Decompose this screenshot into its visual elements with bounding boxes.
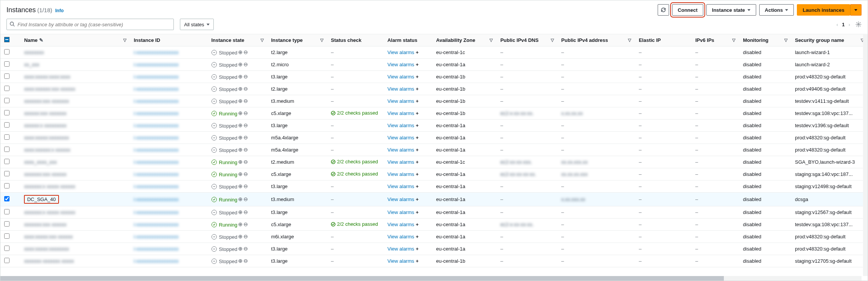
col-elastic-ip[interactable]: Elastic IP (635, 34, 692, 46)
view-alarms-link[interactable]: View alarms (387, 49, 414, 55)
col-alarm-status[interactable]: Alarm status (383, 34, 432, 46)
row-checkbox[interactable] (4, 110, 10, 115)
row-checkbox[interactable] (4, 98, 10, 103)
view-alarms-link[interactable]: View alarms (387, 234, 414, 239)
table-row[interactable]: xxxx:xxxxx:xxxxxxxxi-xxxxxxxxxxxxxxxxxSt… (0, 243, 868, 255)
table-row[interactable]: xxxxxxxxi-xxxxxxxxxxxxxxxxxStopped⊕⊖t2.l… (0, 46, 868, 59)
col-public-ip[interactable]: Public IPv4 address▽ (558, 34, 635, 46)
view-alarms-link[interactable]: View alarms (387, 209, 414, 215)
add-alarm-button[interactable]: + (416, 234, 419, 239)
zoom-in-icon[interactable]: ⊕ (238, 159, 243, 165)
instance-id-link[interactable]: i-xxxxxxxxxxxxxxxxx (134, 258, 179, 264)
zoom-out-icon[interactable]: ⊖ (243, 246, 248, 252)
row-checkbox[interactable] (4, 246, 10, 251)
prev-page-button[interactable]: ‹ (836, 22, 838, 27)
zoom-out-icon[interactable]: ⊖ (243, 147, 248, 153)
zoom-out-icon[interactable]: ⊖ (243, 196, 248, 202)
zoom-in-icon[interactable]: ⊕ (238, 196, 243, 202)
add-alarm-button[interactable]: + (416, 74, 419, 80)
row-checkbox[interactable] (4, 221, 10, 227)
zoom-out-icon[interactable]: ⊖ (243, 221, 248, 227)
table-row[interactable]: xx_xxxi-xxxxxxxxxxxxxxxxxStopped⊕⊖t2.mic… (0, 59, 868, 71)
view-alarms-link[interactable]: View alarms (387, 86, 414, 92)
zoom-out-icon[interactable]: ⊖ (243, 159, 248, 165)
row-checkbox[interactable] (4, 196, 10, 201)
add-alarm-button[interactable]: + (416, 110, 419, 116)
info-link[interactable]: Info (55, 8, 64, 13)
row-checkbox[interactable] (4, 233, 10, 239)
table-row[interactable]: DC_SGA_40i-xxxxxxxxxxxxxxxxxRunning⊕⊖t3.… (0, 193, 868, 206)
instance-id-link[interactable]: i-xxxxxxxxxxxxxxxxx (134, 123, 179, 128)
zoom-in-icon[interactable]: ⊕ (238, 183, 243, 189)
instance-id-link[interactable]: i-xxxxxxxxxxxxxxxxx (134, 135, 179, 140)
zoom-out-icon[interactable]: ⊖ (243, 61, 248, 67)
instance-id-link[interactable]: i-xxxxxxxxxxxxxxxxx (134, 159, 179, 165)
view-alarms-link[interactable]: View alarms (387, 123, 414, 128)
add-alarm-button[interactable]: + (416, 86, 419, 92)
zoom-out-icon[interactable]: ⊖ (243, 86, 248, 92)
instance-id-link[interactable]: i-xxxxxxxxxxxxxxxxx (134, 234, 179, 239)
instance-id-link[interactable]: i-xxxxxxxxxxxxxxxxx (134, 196, 179, 202)
row-checkbox[interactable] (4, 61, 10, 67)
row-checkbox[interactable] (4, 183, 10, 188)
add-alarm-button[interactable]: + (416, 147, 419, 153)
col-monitoring[interactable]: Monitoring▽ (739, 34, 791, 46)
zoom-out-icon[interactable]: ⊖ (243, 49, 248, 55)
table-row[interactable]: xxxxxxx xxxxxxx xxxxxi-xxxxxxxxxxxxxxxxx… (0, 255, 868, 267)
table-row[interactable]: xxxx_xxxx_xxxi-xxxxxxxxxxxxxxxxxRunning⊕… (0, 156, 868, 168)
instance-id-link[interactable]: i-xxxxxxxxxxxxxxxxx (134, 246, 179, 252)
zoom-in-icon[interactable]: ⊕ (238, 86, 243, 92)
view-alarms-link[interactable]: View alarms (387, 196, 414, 202)
instance-id-link[interactable]: i-xxxxxxxxxxxxxxxxx (134, 98, 179, 104)
select-all-checkbox[interactable] (4, 37, 10, 42)
col-instance-id[interactable]: Instance ID (130, 34, 208, 46)
zoom-out-icon[interactable]: ⊖ (243, 134, 248, 140)
view-alarms-link[interactable]: View alarms (387, 110, 414, 116)
launch-instances-dropdown[interactable] (850, 4, 862, 16)
instance-id-link[interactable]: i-xxxxxxxxxxxxxxxxx (134, 74, 179, 80)
add-alarm-button[interactable]: + (416, 209, 419, 215)
zoom-out-icon[interactable]: ⊖ (243, 73, 248, 80)
view-alarms-link[interactable]: View alarms (387, 246, 414, 252)
instance-id-link[interactable]: i-xxxxxxxxxxxxxxxxx (134, 171, 179, 177)
zoom-in-icon[interactable]: ⊕ (238, 98, 243, 104)
row-checkbox[interactable] (4, 147, 10, 152)
view-alarms-link[interactable]: View alarms (387, 62, 414, 67)
table-row[interactable]: xxxxxxx:xxx xxxxxxi-xxxxxxxxxxxxxxxxxRun… (0, 168, 868, 180)
view-alarms-link[interactable]: View alarms (387, 159, 414, 165)
view-alarms-link[interactable]: View alarms (387, 171, 414, 177)
table-row[interactable]: xxxx:xxxxxx:xxx xxxxxxi-xxxxxxxxxxxxxxxx… (0, 83, 868, 95)
launch-instances-button[interactable]: Launch instances (797, 4, 850, 16)
actions-menu[interactable]: Actions (759, 4, 794, 16)
zoom-in-icon[interactable]: ⊕ (238, 246, 243, 252)
add-alarm-button[interactable]: + (416, 123, 419, 128)
instance-id-link[interactable]: i-xxxxxxxxxxxxxxxxx (134, 49, 179, 55)
zoom-in-icon[interactable]: ⊕ (238, 221, 243, 227)
view-alarms-link[interactable]: View alarms (387, 258, 414, 264)
table-row[interactable]: xxxxxx:xxx xxxxxxxi-xxxxxxxxxxxxxxxxxRun… (0, 107, 868, 120)
row-checkbox[interactable] (4, 171, 10, 176)
zoom-out-icon[interactable]: ⊖ (243, 258, 248, 264)
zoom-in-icon[interactable]: ⊕ (238, 73, 243, 80)
add-alarm-button[interactable]: + (416, 98, 419, 104)
view-alarms-link[interactable]: View alarms (387, 74, 414, 80)
zoom-in-icon[interactable]: ⊕ (238, 147, 243, 153)
row-checkbox[interactable] (4, 86, 10, 91)
table-row[interactable]: xxxx:xxxxx:xxxx:xxxxi-xxxxxxxxxxxxxxxxxS… (0, 71, 868, 83)
row-checkbox[interactable] (4, 122, 10, 128)
table-row[interactable]: xxxxxxx:x xxxxx xxxxxxi-xxxxxxxxxxxxxxxx… (0, 180, 868, 193)
zoom-in-icon[interactable]: ⊕ (238, 110, 243, 116)
add-alarm-button[interactable]: + (416, 135, 419, 140)
add-alarm-button[interactable]: + (416, 222, 419, 227)
instance-id-link[interactable]: i-xxxxxxxxxxxxxxxxx (134, 147, 179, 153)
view-alarms-link[interactable]: View alarms (387, 98, 414, 104)
instance-id-link[interactable]: i-xxxxxxxxxxxxxxxxx (134, 62, 179, 67)
zoom-in-icon[interactable]: ⊕ (238, 171, 243, 177)
col-az[interactable]: Availability Zone▽ (432, 34, 497, 46)
view-alarms-link[interactable]: View alarms (387, 184, 414, 189)
zoom-in-icon[interactable]: ⊕ (238, 49, 243, 55)
add-alarm-button[interactable]: + (416, 171, 419, 177)
zoom-out-icon[interactable]: ⊖ (243, 183, 248, 189)
refresh-button[interactable] (658, 4, 669, 16)
vertical-scrollbar[interactable] (863, 35, 868, 276)
